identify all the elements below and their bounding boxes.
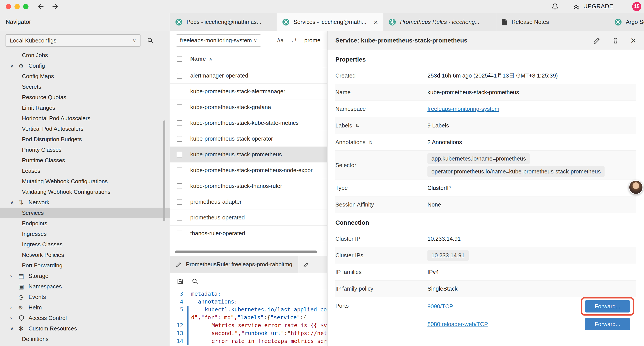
row-checkbox[interactable] bbox=[177, 152, 182, 157]
port-row: 8080:reloader-web/TCPForward... bbox=[428, 316, 636, 333]
forward-button[interactable] bbox=[51, 3, 59, 10]
chevron-right-icon[interactable]: › bbox=[10, 315, 18, 321]
sidebar-scrollbar[interactable] bbox=[163, 120, 165, 221]
sidebar-item-secrets[interactable]: Secrets bbox=[0, 81, 170, 92]
section-title: Properties bbox=[335, 50, 636, 67]
namespace-link[interactable]: freeleaps-monitoring-system bbox=[428, 106, 499, 112]
sidebar-item-leases[interactable]: Leases bbox=[0, 166, 170, 176]
property-label: IP families bbox=[335, 269, 428, 276]
sidebar-item-limit-ranges[interactable]: Limit Ranges bbox=[0, 102, 170, 113]
sidebar-item-events[interactable]: ◷Events bbox=[0, 292, 170, 302]
sort-toggle-icon[interactable]: ⇅ bbox=[355, 123, 359, 128]
edit-icon[interactable] bbox=[593, 37, 600, 44]
back-button[interactable] bbox=[37, 3, 45, 10]
forward-button[interactable]: Forward... bbox=[585, 300, 630, 313]
forward-button[interactable]: Forward... bbox=[585, 318, 630, 330]
namespace-filter-select[interactable]: freeleaps-monitoring-system ∨ bbox=[176, 34, 261, 47]
property-row: Session AffinityNone bbox=[335, 196, 636, 213]
tab-prometheus-rules-icecheng[interactable]: Prometheus Rules - icecheng... bbox=[384, 13, 496, 31]
sidebar-item-label: Validating Webhook Configurations bbox=[22, 189, 110, 195]
dock-tab-prometheusrule[interactable]: PrometheusRule: freeleaps-prod-rabbitmq bbox=[170, 256, 298, 273]
search-icon[interactable] bbox=[192, 278, 198, 285]
row-checkbox[interactable] bbox=[177, 136, 182, 142]
match-case-toggle[interactable]: Aa bbox=[277, 37, 284, 43]
row-checkbox[interactable] bbox=[177, 231, 182, 236]
sidebar-item-horizontal-pod-autoscalers[interactable]: Horizontal Pod Autoscalers bbox=[0, 113, 170, 123]
sidebar-item-label: Definitions bbox=[22, 336, 48, 343]
tab-pods-icecheng-mathmas[interactable]: Pods - icecheng@mathmas... bbox=[170, 13, 277, 31]
sidebar-item-runtime-classes[interactable]: Runtime Classes bbox=[0, 155, 170, 166]
chevron-right-icon[interactable]: › bbox=[10, 273, 18, 279]
storage-icon: ▤ bbox=[18, 273, 28, 280]
tab-argo-se[interactable]: Argo Se bbox=[609, 13, 644, 31]
sidebar-item-vertical-pod-autoscalers[interactable]: Vertical Pod Autoscalers bbox=[0, 123, 170, 134]
row-checkbox[interactable] bbox=[177, 199, 182, 205]
horizontal-scrollbar[interactable] bbox=[175, 251, 317, 253]
sidebar-item-priority-classes[interactable]: Priority Classes bbox=[0, 145, 170, 155]
port-row: 9090/TCPForward... bbox=[428, 297, 636, 316]
sidebar-item-endpoints[interactable]: Endpoints bbox=[0, 218, 170, 229]
regex-toggle[interactable]: .* bbox=[291, 37, 297, 43]
close-drawer-icon[interactable]: × bbox=[630, 36, 636, 45]
port-link[interactable]: 8080:reloader-web/TCP bbox=[428, 321, 488, 328]
sidebar-item-pod-disruption-budgets[interactable]: Pod Disruption Budgets bbox=[0, 134, 170, 145]
sidebar-item-services[interactable]: Services bbox=[0, 208, 170, 218]
notifications-bell-icon[interactable] bbox=[551, 3, 559, 10]
close-window-button[interactable] bbox=[6, 4, 11, 9]
chevron-down-icon[interactable]: ∨ bbox=[10, 326, 18, 331]
sidebar-item-mutating-webhook-configurations[interactable]: Mutating Webhook Configurations bbox=[0, 176, 170, 187]
tab-services-icecheng-math[interactable]: Services - icecheng@math...× bbox=[277, 13, 384, 31]
dock-tab-next[interactable] bbox=[298, 256, 314, 273]
sidebar-item-custom-resources[interactable]: ∨✱Custom Resources bbox=[0, 323, 170, 334]
property-row: Namekube-prometheus-stack-prometheus bbox=[335, 84, 636, 101]
property-label: IP family policy bbox=[335, 285, 428, 292]
maximize-window-button[interactable] bbox=[23, 4, 28, 9]
property-row: TypeClusterIP bbox=[335, 180, 636, 196]
tab-release-notes[interactable]: Release Notes bbox=[496, 13, 609, 31]
property-label: Name bbox=[335, 89, 428, 96]
sidebar-item-definitions[interactable]: Definitions bbox=[0, 334, 170, 344]
minimize-window-button[interactable] bbox=[14, 4, 20, 9]
property-label: Created bbox=[335, 72, 428, 79]
sidebar-item-config[interactable]: ∨⚙Config bbox=[0, 60, 170, 71]
chevron-down-icon[interactable]: ∨ bbox=[10, 200, 18, 205]
property-row: Selectorapp.kubernetes.io/name=prometheu… bbox=[335, 151, 636, 180]
sidebar-item-validating-webhook-configurations[interactable]: Validating Webhook Configurations bbox=[0, 187, 170, 197]
row-checkbox[interactable] bbox=[177, 73, 182, 79]
sidebar-item-access-control[interactable]: ›Access Control bbox=[0, 313, 170, 323]
chevron-down-icon[interactable]: ∨ bbox=[10, 63, 18, 68]
sidebar-item-label: Namespaces bbox=[28, 283, 62, 290]
chevron-right-icon[interactable]: › bbox=[10, 305, 18, 310]
sidebar-item-resource-quotas[interactable]: Resource Quotas bbox=[0, 92, 170, 102]
row-checkbox[interactable] bbox=[177, 183, 182, 189]
sidebar-item-ingress-classes[interactable]: Ingress Classes bbox=[0, 239, 170, 250]
row-checkbox[interactable] bbox=[177, 89, 182, 94]
row-checkbox[interactable] bbox=[177, 120, 182, 126]
shield-icon bbox=[18, 315, 28, 321]
upgrade-button[interactable]: UPGRADE bbox=[572, 3, 613, 10]
kubeconfig-selector[interactable]: Local Kubeconfigs ∨ bbox=[5, 34, 141, 47]
sidebar-item-network[interactable]: ∨⇅Network bbox=[0, 197, 170, 208]
sidebar-item-ingresses[interactable]: Ingresses bbox=[0, 229, 170, 239]
sidebar-item-storage[interactable]: ›▤Storage bbox=[0, 271, 170, 281]
sidebar-item-port-forwarding[interactable]: Port Forwarding bbox=[0, 260, 170, 271]
sidebar-item-network-policies[interactable]: Network Policies bbox=[0, 250, 170, 260]
save-icon[interactable] bbox=[177, 278, 184, 285]
sidebar-item-cron-jobs[interactable]: Cron Jobs bbox=[0, 50, 170, 60]
close-tab-icon[interactable]: × bbox=[374, 18, 378, 26]
trash-icon[interactable] bbox=[612, 37, 619, 44]
search-input[interactable]: prome bbox=[304, 37, 320, 44]
sidebar-item-namespaces[interactable]: ▣Namespaces bbox=[0, 281, 170, 292]
row-checkbox[interactable] bbox=[177, 215, 182, 221]
search-icon[interactable] bbox=[147, 37, 154, 44]
row-checkbox[interactable] bbox=[177, 104, 182, 110]
row-checkbox[interactable] bbox=[177, 168, 182, 173]
sidebar-item-helm[interactable]: ›⎈Helm bbox=[0, 302, 170, 313]
sidebar-item-config-maps[interactable]: Config Maps bbox=[0, 71, 170, 81]
sort-toggle-icon[interactable]: ⇅ bbox=[368, 140, 372, 145]
name-column-header[interactable]: Name bbox=[190, 55, 206, 62]
notification-count-badge[interactable]: 15 bbox=[632, 2, 641, 11]
port-link[interactable]: 9090/TCP bbox=[428, 303, 453, 310]
row-name: prometheus-operated bbox=[190, 214, 245, 221]
select-all-checkbox[interactable] bbox=[177, 56, 182, 62]
